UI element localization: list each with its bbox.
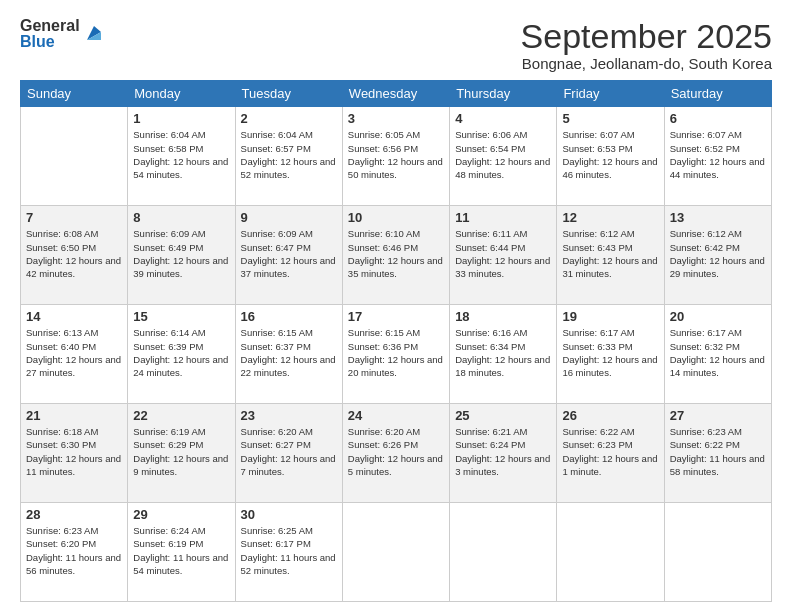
day-info: Sunrise: 6:04 AMSunset: 6:57 PMDaylight:… xyxy=(241,128,337,181)
day-info: Sunrise: 6:14 AMSunset: 6:39 PMDaylight:… xyxy=(133,326,229,379)
day-number: 28 xyxy=(26,507,122,522)
calendar-row: 21Sunrise: 6:18 AMSunset: 6:30 PMDayligh… xyxy=(21,404,772,503)
table-row: 22Sunrise: 6:19 AMSunset: 6:29 PMDayligh… xyxy=(128,404,235,503)
table-row xyxy=(664,503,771,602)
logo-blue: Blue xyxy=(20,34,80,50)
day-info: Sunrise: 6:05 AMSunset: 6:56 PMDaylight:… xyxy=(348,128,444,181)
day-info: Sunrise: 6:07 AMSunset: 6:53 PMDaylight:… xyxy=(562,128,658,181)
day-info: Sunrise: 6:04 AMSunset: 6:58 PMDaylight:… xyxy=(133,128,229,181)
table-row: 4Sunrise: 6:06 AMSunset: 6:54 PMDaylight… xyxy=(450,107,557,206)
table-row: 24Sunrise: 6:20 AMSunset: 6:26 PMDayligh… xyxy=(342,404,449,503)
day-number: 29 xyxy=(133,507,229,522)
logo-icon xyxy=(83,22,105,44)
calendar-row: 14Sunrise: 6:13 AMSunset: 6:40 PMDayligh… xyxy=(21,305,772,404)
page: General Blue September 2025 Bongnae, Jeo… xyxy=(0,0,792,612)
table-row: 7Sunrise: 6:08 AMSunset: 6:50 PMDaylight… xyxy=(21,206,128,305)
day-info: Sunrise: 6:22 AMSunset: 6:23 PMDaylight:… xyxy=(562,425,658,478)
header: General Blue September 2025 Bongnae, Jeo… xyxy=(20,18,772,72)
day-info: Sunrise: 6:13 AMSunset: 6:40 PMDaylight:… xyxy=(26,326,122,379)
day-number: 24 xyxy=(348,408,444,423)
day-info: Sunrise: 6:10 AMSunset: 6:46 PMDaylight:… xyxy=(348,227,444,280)
table-row: 29Sunrise: 6:24 AMSunset: 6:19 PMDayligh… xyxy=(128,503,235,602)
table-row: 27Sunrise: 6:23 AMSunset: 6:22 PMDayligh… xyxy=(664,404,771,503)
day-number: 10 xyxy=(348,210,444,225)
day-number: 30 xyxy=(241,507,337,522)
calendar-row: 1Sunrise: 6:04 AMSunset: 6:58 PMDaylight… xyxy=(21,107,772,206)
day-info: Sunrise: 6:24 AMSunset: 6:19 PMDaylight:… xyxy=(133,524,229,577)
calendar-row: 7Sunrise: 6:08 AMSunset: 6:50 PMDaylight… xyxy=(21,206,772,305)
table-row: 17Sunrise: 6:15 AMSunset: 6:36 PMDayligh… xyxy=(342,305,449,404)
day-number: 16 xyxy=(241,309,337,324)
day-info: Sunrise: 6:06 AMSunset: 6:54 PMDaylight:… xyxy=(455,128,551,181)
table-row: 18Sunrise: 6:16 AMSunset: 6:34 PMDayligh… xyxy=(450,305,557,404)
table-row: 3Sunrise: 6:05 AMSunset: 6:56 PMDaylight… xyxy=(342,107,449,206)
table-row: 28Sunrise: 6:23 AMSunset: 6:20 PMDayligh… xyxy=(21,503,128,602)
day-number: 12 xyxy=(562,210,658,225)
table-row: 8Sunrise: 6:09 AMSunset: 6:49 PMDaylight… xyxy=(128,206,235,305)
day-info: Sunrise: 6:15 AMSunset: 6:36 PMDaylight:… xyxy=(348,326,444,379)
day-number: 9 xyxy=(241,210,337,225)
logo-text: General Blue xyxy=(20,18,80,50)
col-thursday: Thursday xyxy=(450,81,557,107)
day-info: Sunrise: 6:12 AMSunset: 6:43 PMDaylight:… xyxy=(562,227,658,280)
day-number: 7 xyxy=(26,210,122,225)
day-number: 14 xyxy=(26,309,122,324)
col-friday: Friday xyxy=(557,81,664,107)
calendar-row: 28Sunrise: 6:23 AMSunset: 6:20 PMDayligh… xyxy=(21,503,772,602)
day-number: 3 xyxy=(348,111,444,126)
table-row: 2Sunrise: 6:04 AMSunset: 6:57 PMDaylight… xyxy=(235,107,342,206)
table-row xyxy=(450,503,557,602)
table-row xyxy=(21,107,128,206)
table-row: 19Sunrise: 6:17 AMSunset: 6:33 PMDayligh… xyxy=(557,305,664,404)
month-title: September 2025 xyxy=(521,18,772,55)
day-number: 27 xyxy=(670,408,766,423)
day-info: Sunrise: 6:17 AMSunset: 6:32 PMDaylight:… xyxy=(670,326,766,379)
location: Bongnae, Jeollanam-do, South Korea xyxy=(521,55,772,72)
day-info: Sunrise: 6:11 AMSunset: 6:44 PMDaylight:… xyxy=(455,227,551,280)
col-monday: Monday xyxy=(128,81,235,107)
day-number: 17 xyxy=(348,309,444,324)
day-number: 15 xyxy=(133,309,229,324)
table-row: 26Sunrise: 6:22 AMSunset: 6:23 PMDayligh… xyxy=(557,404,664,503)
header-row: Sunday Monday Tuesday Wednesday Thursday… xyxy=(21,81,772,107)
table-row: 30Sunrise: 6:25 AMSunset: 6:17 PMDayligh… xyxy=(235,503,342,602)
day-number: 6 xyxy=(670,111,766,126)
day-info: Sunrise: 6:09 AMSunset: 6:47 PMDaylight:… xyxy=(241,227,337,280)
table-row: 15Sunrise: 6:14 AMSunset: 6:39 PMDayligh… xyxy=(128,305,235,404)
table-row: 9Sunrise: 6:09 AMSunset: 6:47 PMDaylight… xyxy=(235,206,342,305)
day-number: 5 xyxy=(562,111,658,126)
table-row: 21Sunrise: 6:18 AMSunset: 6:30 PMDayligh… xyxy=(21,404,128,503)
table-row: 23Sunrise: 6:20 AMSunset: 6:27 PMDayligh… xyxy=(235,404,342,503)
table-row: 14Sunrise: 6:13 AMSunset: 6:40 PMDayligh… xyxy=(21,305,128,404)
day-info: Sunrise: 6:15 AMSunset: 6:37 PMDaylight:… xyxy=(241,326,337,379)
title-block: September 2025 Bongnae, Jeollanam-do, So… xyxy=(521,18,772,72)
logo-general: General xyxy=(20,18,80,34)
table-row: 6Sunrise: 6:07 AMSunset: 6:52 PMDaylight… xyxy=(664,107,771,206)
calendar: Sunday Monday Tuesday Wednesday Thursday… xyxy=(20,80,772,602)
table-row: 25Sunrise: 6:21 AMSunset: 6:24 PMDayligh… xyxy=(450,404,557,503)
table-row: 11Sunrise: 6:11 AMSunset: 6:44 PMDayligh… xyxy=(450,206,557,305)
day-number: 8 xyxy=(133,210,229,225)
day-info: Sunrise: 6:07 AMSunset: 6:52 PMDaylight:… xyxy=(670,128,766,181)
col-wednesday: Wednesday xyxy=(342,81,449,107)
day-number: 2 xyxy=(241,111,337,126)
day-info: Sunrise: 6:23 AMSunset: 6:22 PMDaylight:… xyxy=(670,425,766,478)
table-row: 10Sunrise: 6:10 AMSunset: 6:46 PMDayligh… xyxy=(342,206,449,305)
col-sunday: Sunday xyxy=(21,81,128,107)
table-row: 1Sunrise: 6:04 AMSunset: 6:58 PMDaylight… xyxy=(128,107,235,206)
day-number: 18 xyxy=(455,309,551,324)
table-row: 20Sunrise: 6:17 AMSunset: 6:32 PMDayligh… xyxy=(664,305,771,404)
day-number: 25 xyxy=(455,408,551,423)
table-row: 5Sunrise: 6:07 AMSunset: 6:53 PMDaylight… xyxy=(557,107,664,206)
day-info: Sunrise: 6:19 AMSunset: 6:29 PMDaylight:… xyxy=(133,425,229,478)
col-saturday: Saturday xyxy=(664,81,771,107)
day-info: Sunrise: 6:18 AMSunset: 6:30 PMDaylight:… xyxy=(26,425,122,478)
table-row xyxy=(342,503,449,602)
table-row: 13Sunrise: 6:12 AMSunset: 6:42 PMDayligh… xyxy=(664,206,771,305)
day-number: 1 xyxy=(133,111,229,126)
day-number: 19 xyxy=(562,309,658,324)
day-info: Sunrise: 6:08 AMSunset: 6:50 PMDaylight:… xyxy=(26,227,122,280)
day-info: Sunrise: 6:25 AMSunset: 6:17 PMDaylight:… xyxy=(241,524,337,577)
table-row: 12Sunrise: 6:12 AMSunset: 6:43 PMDayligh… xyxy=(557,206,664,305)
day-info: Sunrise: 6:16 AMSunset: 6:34 PMDaylight:… xyxy=(455,326,551,379)
